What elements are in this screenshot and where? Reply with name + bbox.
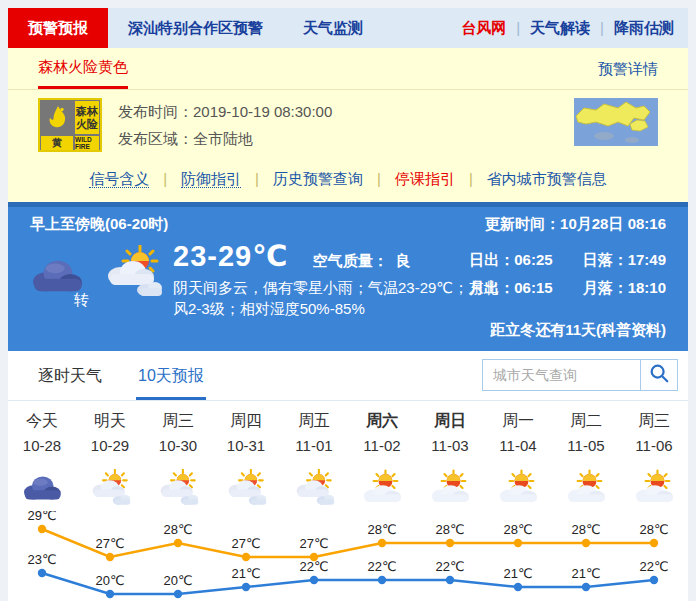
forecast-day-name: 周四: [212, 411, 280, 437]
nav-link[interactable]: 降雨估测: [590, 19, 674, 38]
warning-link[interactable]: 历史预警查询: [273, 170, 363, 187]
forecast-day-names: 今天明天周三周四周五周六周日周一周二周三: [8, 401, 688, 437]
warning-details-link[interactable]: 预警详情: [598, 48, 658, 89]
badge-title: 森林 火险: [75, 101, 99, 134]
forecast-date: 10-29: [76, 437, 144, 465]
solar-term-note[interactable]: 距立冬还有11天(科普资料): [490, 321, 666, 340]
nav-tab[interactable]: 预警预报: [8, 8, 108, 48]
low-temp-point: [514, 583, 522, 591]
nav-tab[interactable]: 深汕特别合作区预警: [108, 8, 283, 48]
nav-link[interactable]: 台风网: [461, 19, 506, 38]
sun-moon-times: 日出：06:25 日落：17:49 月出：06:15 月落：18:10: [469, 251, 666, 298]
forecast-date: 11-02: [348, 437, 416, 465]
badge-title-line1: 森林: [75, 105, 99, 118]
low-temp-line: [42, 573, 654, 594]
warning-tab-row: 森林火险黄色 预警详情: [8, 48, 688, 90]
temperature-line-chart: 29℃27℃28℃27℃27℃28℃28℃28℃28℃28℃23℃20℃20℃2…: [8, 511, 688, 601]
moonset: 月落：18:10: [583, 279, 666, 298]
air-quality: 空气质量：良: [313, 252, 411, 269]
forecast-day-name: 明天: [76, 411, 144, 437]
forecast-day-name: 周三: [620, 411, 688, 437]
low-temp-label: 21℃: [231, 566, 260, 581]
high-temp-label: 28℃: [435, 522, 464, 537]
forecast-date: 10-31: [212, 437, 280, 465]
forecast-date: 11-03: [416, 437, 484, 465]
warning-links-row: 信号含义|防御指引|历史预警查询|停课指引|省内城市预警信息: [8, 166, 688, 202]
moonrise: 月出：06:15: [469, 279, 552, 298]
sun-cloud-icon: [416, 469, 484, 507]
warning-link[interactable]: 停课指引: [395, 170, 455, 187]
high-temp-label: 29℃: [27, 511, 56, 523]
warning-info: 发布时间：2019-10-19 08:30:00 发布区域：全市陆地: [118, 98, 332, 152]
current-weather-header: 早上至傍晚(06-20时) 更新时间：10月28日 08:16: [8, 207, 688, 234]
low-temp-label: 22℃: [435, 559, 464, 574]
warning-link[interactable]: 省内城市预警信息: [487, 170, 607, 187]
forecast-date: 11-06: [620, 437, 688, 465]
link-separator: |: [163, 170, 167, 187]
current-weather-section: 早上至傍晚(06-20时) 更新时间：10月28日 08:16 转 23-29℃…: [8, 202, 688, 351]
update-time: 更新时间：10月28日 08:16: [485, 215, 666, 234]
low-temp-label: 21℃: [571, 566, 600, 581]
search-button[interactable]: [640, 359, 678, 391]
high-temp-point: [106, 553, 114, 561]
link-separator: |: [255, 170, 259, 187]
badge-title-line2: 火险: [75, 118, 99, 131]
search-input[interactable]: [482, 359, 640, 391]
forecast-day-name: 周六: [348, 411, 416, 437]
sunset: 日落：17:49: [583, 251, 666, 270]
forecast-date: 11-05: [552, 437, 620, 465]
nav-link[interactable]: 天气解读: [506, 19, 590, 38]
high-temp-label: 28℃: [639, 522, 668, 537]
update-time-value: 10月28日 08:16: [560, 215, 666, 232]
high-temp-point: [174, 539, 182, 547]
forecast-day-name: 周三: [144, 411, 212, 437]
warning-map-thumbnail[interactable]: [574, 98, 658, 146]
forecast-date: 10-30: [144, 437, 212, 465]
tab-ten-day-forecast[interactable]: 10天预报: [136, 355, 206, 400]
ten-day-forecast: 今天明天周三周四周五周六周日周一周二周三 10-2810-2910-3010-3…: [8, 401, 688, 601]
high-temp-point: [242, 553, 250, 561]
publish-area-label: 发布区域：: [118, 130, 193, 147]
publish-area-line: 发布区域：全市陆地: [118, 125, 332, 152]
high-temp-label: 28℃: [503, 522, 532, 537]
low-temp-point: [310, 576, 318, 584]
warning-link[interactable]: 防御指引: [181, 170, 241, 188]
high-temp-point: [378, 539, 386, 547]
low-temp-label: 22℃: [299, 559, 328, 574]
high-temp-label: 27℃: [231, 536, 260, 551]
temp-line: 23-29℃ 空气质量：良: [173, 239, 503, 273]
link-separator: |: [377, 170, 381, 187]
sun-cloud-icon: [552, 469, 620, 507]
tab-hourly-weather[interactable]: 逐时天气: [36, 355, 104, 400]
warning-tab-forest-fire[interactable]: 森林火险黄色: [38, 48, 128, 89]
forecast-date: 11-01: [280, 437, 348, 465]
sun-cloud-icon: [212, 469, 280, 507]
high-temp-point: [38, 525, 46, 533]
magnifier-icon: [648, 362, 670, 388]
nav-tab[interactable]: 天气监测: [283, 8, 383, 48]
forecast-date: 11-04: [484, 437, 552, 465]
update-time-label: 更新时间：: [485, 215, 560, 232]
low-temp-point: [650, 576, 658, 584]
warning-link[interactable]: 信号含义: [89, 170, 149, 188]
link-separator: |: [469, 170, 473, 187]
forecast-dates: 10-2810-2910-3010-3111-0111-0211-0311-04…: [8, 437, 688, 465]
sun-cloud-icon: [620, 469, 688, 507]
sun-cloud-icon: [484, 469, 552, 507]
forest-fire-warning-badge: 森林 火险 黄 WILD FIRE: [38, 98, 102, 152]
low-temp-label: 23℃: [27, 552, 56, 567]
nav-tabs: 预警预报深汕特别合作区预警天气监测: [8, 8, 383, 48]
current-conditions: 23-29℃ 空气质量：良 阴天间多云，偶有零星小雨；气温23-29℃；东北风2…: [173, 239, 503, 319]
high-temp-label: 27℃: [95, 536, 124, 551]
sun-cloud-icon: [100, 245, 166, 303]
temperature-range: 23-29℃: [173, 240, 288, 272]
forecast-day-name: 今天: [8, 411, 76, 437]
sun-cloud-icon: [144, 469, 212, 507]
city-search: [482, 359, 678, 391]
forecast-tabs: 逐时天气 10天预报: [36, 355, 238, 400]
air-quality-label: 空气质量：: [313, 252, 388, 269]
low-temp-label: 22℃: [639, 559, 668, 574]
high-temp-point: [582, 539, 590, 547]
high-temp-label: 27℃: [299, 536, 328, 551]
badge-level-en: WILD FIRE: [75, 136, 99, 150]
